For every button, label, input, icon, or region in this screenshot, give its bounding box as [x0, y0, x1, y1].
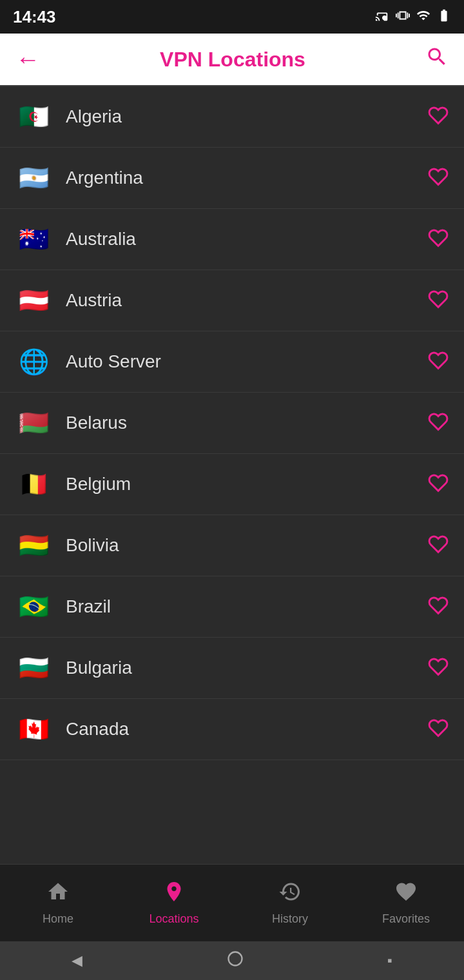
nav-favorites[interactable]: Favorites: [348, 880, 464, 926]
home-icon: [46, 880, 70, 908]
location-item[interactable]: 🇨🇦Canada: [0, 699, 464, 760]
location-item[interactable]: 🇧🇴Bolivia: [0, 515, 464, 576]
favorites-label: Favorites: [382, 912, 430, 926]
location-item[interactable]: 🇧🇬Bulgaria: [0, 638, 464, 699]
country-name: Argentina: [66, 168, 428, 188]
country-name: Belarus: [66, 413, 428, 433]
locations-label: Locations: [149, 912, 198, 926]
country-flag: 🇧🇬: [15, 656, 52, 680]
country-name: Brazil: [66, 596, 428, 617]
back-nav-btn[interactable]: ◀: [72, 952, 82, 969]
bottom-nav: Home Locations History Favorites: [0, 864, 464, 941]
recents-nav-btn[interactable]: ▪: [387, 952, 392, 969]
wifi-icon: [416, 8, 430, 26]
country-name: Bolivia: [66, 535, 428, 556]
history-label: History: [272, 912, 308, 926]
favorite-heart-icon[interactable]: [428, 166, 449, 190]
country-flag: 🇦🇷: [15, 166, 52, 190]
country-name: Belgium: [66, 474, 428, 495]
location-item[interactable]: 🇦🇹Austria: [0, 270, 464, 331]
status-bar: 14:43: [0, 0, 464, 34]
favorite-heart-icon[interactable]: [428, 289, 449, 312]
country-flag: 🇩🇿: [15, 104, 52, 129]
country-flag: 🇧🇷: [15, 594, 52, 619]
status-time: 14:43: [13, 7, 56, 27]
nav-history[interactable]: History: [232, 880, 348, 926]
home-nav-btn[interactable]: [226, 950, 244, 972]
status-icons: [375, 8, 451, 26]
country-flag: 🇦🇺: [15, 227, 52, 251]
country-name: Canada: [66, 719, 428, 740]
country-name: Auto Server: [66, 351, 428, 372]
location-item[interactable]: 🇧🇾Belarus: [0, 393, 464, 454]
home-label: Home: [43, 912, 73, 926]
country-name: Austria: [66, 290, 428, 311]
location-item[interactable]: 🇦🇺Australia: [0, 209, 464, 270]
country-name: Australia: [66, 229, 428, 250]
nav-home[interactable]: Home: [0, 880, 116, 926]
history-icon: [278, 880, 302, 908]
app-bar: ← VPN Locations: [0, 34, 464, 85]
favorite-heart-icon[interactable]: [428, 473, 449, 496]
country-name: Algeria: [66, 106, 428, 127]
favorite-heart-icon[interactable]: [428, 411, 449, 435]
location-item[interactable]: 🇧🇷Brazil: [0, 576, 464, 638]
country-flag: 🌐: [15, 349, 52, 374]
page-title: VPN Locations: [160, 48, 305, 72]
favorite-heart-icon[interactable]: [428, 656, 449, 680]
country-flag: 🇧🇾: [15, 411, 52, 435]
favorite-heart-icon[interactable]: [428, 105, 449, 128]
favorite-heart-icon[interactable]: [428, 534, 449, 557]
search-button[interactable]: [425, 45, 449, 74]
location-item[interactable]: 🇧🇪Belgium: [0, 454, 464, 515]
location-item[interactable]: 🇦🇷Argentina: [0, 148, 464, 209]
country-flag: 🇦🇹: [15, 288, 52, 313]
favorite-heart-icon[interactable]: [428, 595, 449, 618]
locations-icon: [162, 880, 186, 908]
back-button[interactable]: ←: [15, 46, 40, 74]
favorite-heart-icon[interactable]: [428, 228, 449, 251]
nav-locations[interactable]: Locations: [116, 880, 232, 926]
country-flag: 🇧🇪: [15, 472, 52, 496]
country-flag: 🇧🇴: [15, 533, 52, 558]
cast-icon: [375, 8, 389, 26]
battery-icon: [437, 8, 451, 26]
favorite-heart-icon[interactable]: [428, 350, 449, 373]
location-item[interactable]: 🇩🇿Algeria: [0, 86, 464, 148]
svg-point-0: [228, 952, 242, 966]
android-nav-bar: ◀ ▪: [0, 941, 464, 980]
vibrate-icon: [396, 8, 410, 26]
country-name: Bulgaria: [66, 658, 428, 678]
favorite-heart-icon[interactable]: [428, 718, 449, 741]
favorites-icon: [394, 880, 418, 908]
country-flag: 🇨🇦: [15, 717, 52, 741]
location-item[interactable]: 🌐Auto Server: [0, 331, 464, 393]
location-list: 🇩🇿Algeria 🇦🇷Argentina 🇦🇺Australia 🇦🇹Aust…: [0, 86, 464, 864]
